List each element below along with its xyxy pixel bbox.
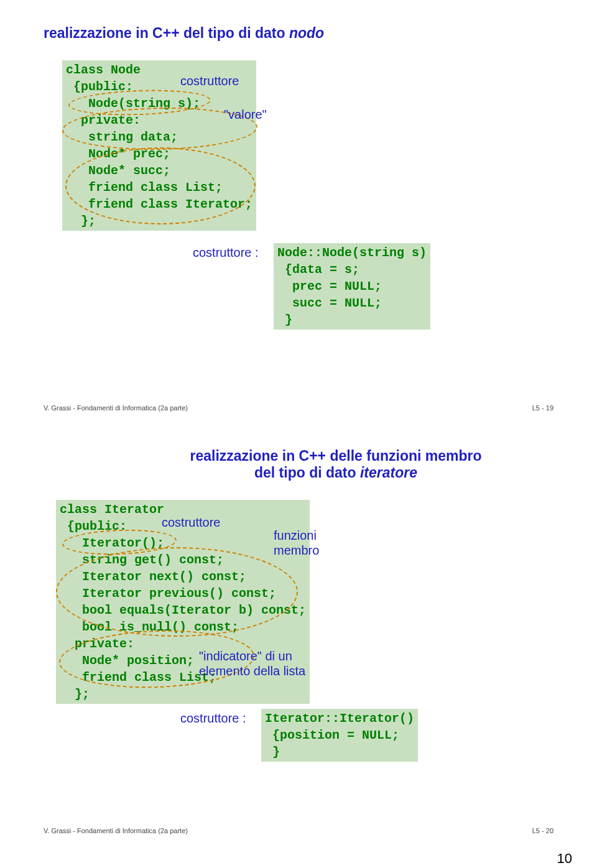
slide2-footer: V. Grassi - Fondamenti di Informatica (2…	[44, 827, 553, 834]
annotation-label-funzioni: funzioni	[274, 529, 317, 543]
slide2-ctor-label: costruttore :	[180, 711, 246, 726]
code-line: bool equals(Iterator b) const;	[60, 602, 306, 619]
slide1-title-plain: realizzazione in C++ del tipo di dato	[44, 25, 289, 41]
code-line: Node* succ;	[66, 162, 252, 179]
slide2-ctor-code: Iterator::Iterator() {position = NULL; }	[261, 709, 418, 762]
annotation-label-indicatore: "indicatore" di un	[199, 649, 292, 663]
code-line: }	[277, 312, 427, 328]
page: realizzazione in C++ del tipo di dato no…	[0, 0, 597, 867]
code-line: Iterator previous() const;	[60, 585, 306, 602]
annotation-label-costruttore: costruttore	[180, 74, 239, 88]
code-line: friend class List;	[66, 179, 252, 196]
code-line: Node::Node(string s)	[277, 244, 427, 261]
slide1-footer: V. Grassi - Fondamenti di Informatica (2…	[44, 404, 553, 412]
code-line: Iterator();	[60, 535, 306, 552]
code-line: Iterator next() const;	[60, 568, 306, 585]
footer-right: L5 - 19	[532, 404, 553, 412]
annotation-label-elemento: elemento della lista	[199, 664, 305, 678]
code-line: };	[60, 686, 306, 703]
slide1-constructor-block: costruttore : Node::Node(string s) {data…	[193, 243, 553, 330]
code-line: string data;	[66, 129, 252, 145]
annotation-label-membro: membro	[274, 543, 319, 558]
slide-1: realizzazione in C++ del tipo di dato no…	[0, 0, 597, 423]
slide2-code-wrapper: class Iterator {public: Iterator(); stri…	[56, 500, 553, 704]
slide-2: realizzazione in C++ delle funzioni memb…	[0, 423, 597, 846]
code-line: prec = NULL;	[277, 278, 427, 295]
slide2-title-line2-italic: iteratore	[360, 464, 417, 481]
slide1-title-italic: nodo	[289, 25, 324, 41]
code-line: {position = NULL;	[265, 727, 414, 744]
slide2-title-line1: realizzazione in C++ delle funzioni memb…	[190, 448, 481, 464]
annotation-label-costruttore2: costruttore	[162, 515, 220, 530]
footer-left: V. Grassi - Fondamenti di Informatica (2…	[44, 827, 188, 834]
slide1-ctor-label: costruttore :	[193, 246, 259, 260]
slide2-title: realizzazione in C++ delle funzioni memb…	[118, 448, 553, 481]
slide2-constructor-block: costruttore : Iterator::Iterator() {posi…	[180, 709, 553, 762]
code-line: }	[265, 744, 414, 760]
annotation-label-valore: "valore"	[224, 108, 267, 122]
footer-right: L5 - 20	[532, 827, 553, 834]
code-line: Node* prec;	[66, 145, 252, 162]
slide2-title-line2-plain: del tipo di dato	[254, 464, 360, 481]
code-line: string get() const;	[60, 552, 306, 568]
slide1-code-wrapper: class Node {public: Node(string s); priv…	[62, 60, 553, 231]
footer-left: V. Grassi - Fondamenti di Informatica (2…	[44, 404, 188, 412]
code-line: Iterator::Iterator()	[265, 710, 414, 727]
slide1-title: realizzazione in C++ del tipo di dato no…	[44, 25, 553, 42]
code-line: bool is_null() const;	[60, 619, 306, 635]
page-number: 10	[0, 851, 572, 867]
slide1-ctor-code: Node::Node(string s) {data = s; prec = N…	[274, 243, 430, 330]
code-line: };	[66, 213, 252, 229]
code-line: succ = NULL;	[277, 295, 427, 312]
code-line: {data = s;	[277, 261, 427, 278]
code-line: friend class Iterator;	[66, 196, 252, 213]
